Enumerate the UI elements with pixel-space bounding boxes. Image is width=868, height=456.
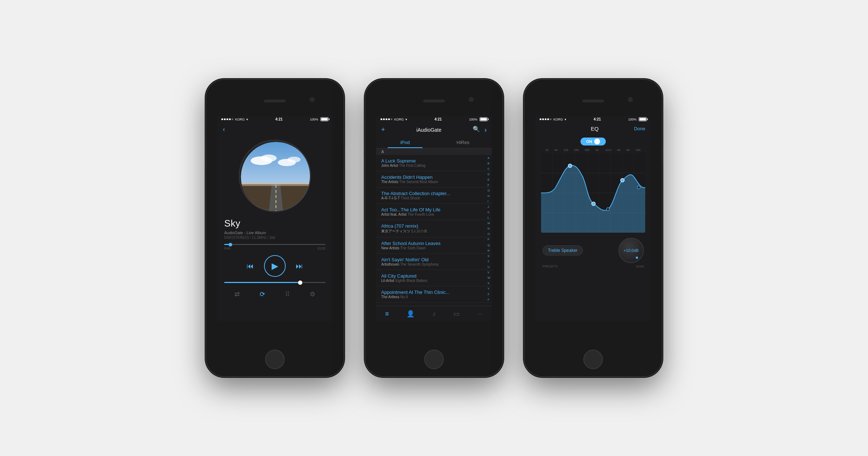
- song-item-title: All City Captured: [381, 273, 487, 279]
- tab-hires[interactable]: HiRes: [434, 137, 492, 148]
- repeat-icon[interactable]: ⟳: [260, 290, 265, 298]
- phone-list: KORG ▾ 4:21 100% + iAudioGate 🔍 › iPod H…: [365, 80, 503, 376]
- eq-fill: [541, 165, 645, 233]
- bottom-icons: ⇄ ⟳ ⠿ ⚙: [217, 286, 333, 303]
- phone-player: KORG ▾ 4:21 100% ‹: [206, 80, 344, 376]
- song-list: ABCDEFGHIJKLMNOPQRSTUVWXYZ# A Luck Supre…: [376, 155, 492, 303]
- carrier-info: KORG ▾: [540, 118, 566, 121]
- volume-down-button[interactable]: [523, 156, 525, 170]
- shuffle-icon[interactable]: ⇄: [234, 290, 240, 298]
- freq-label: 32: [545, 148, 549, 152]
- list-header-icons: 🔍 ›: [473, 126, 487, 134]
- add-button[interactable]: +: [381, 126, 385, 134]
- freq-label: 250: [574, 148, 579, 152]
- more-tab[interactable]: ···: [477, 310, 483, 318]
- song-item-title: Africa (707 remix): [381, 223, 487, 229]
- wifi-icon: ▾: [405, 118, 407, 121]
- speaker-grille: [582, 100, 604, 102]
- home-button[interactable]: [583, 350, 603, 369]
- video-tab[interactable]: ▭: [454, 310, 460, 318]
- progress-area[interactable]: 0:41 11:12: [217, 240, 333, 252]
- progress-times: 0:41 11:12: [224, 246, 326, 250]
- power-button[interactable]: [343, 147, 345, 166]
- song-item-sub: New Artists The Sixth Dawn: [381, 246, 487, 250]
- song-item[interactable]: After School Autumn Leaves New Artists T…: [376, 237, 492, 254]
- freq-label: 64: [554, 148, 558, 152]
- forward-button[interactable]: ⏭: [296, 262, 303, 270]
- album-art-container: [217, 140, 333, 212]
- total-time: 11:12: [317, 246, 326, 250]
- volume-up-button[interactable]: [205, 138, 207, 152]
- song-item[interactable]: Act Too...The Life Of My Life Artist fea…: [376, 204, 492, 220]
- song-item[interactable]: Ain't Sayin' Nothin' Old Artisthoven The…: [376, 254, 492, 270]
- list-header: + iAudioGate 🔍 ›: [376, 123, 492, 137]
- songs-tab[interactable]: ♪: [433, 310, 436, 318]
- settings-icon[interactable]: ⚙: [310, 290, 315, 298]
- song-item-sub: John Artist The First Calling: [381, 164, 487, 168]
- eq-bottom-section: Treble Speaker +10.0dB PRESETS GAIN: [535, 234, 651, 272]
- gain-label: GAIN: [636, 265, 644, 268]
- power-button[interactable]: [661, 147, 663, 166]
- song-item[interactable]: A Luck Supreme John Artist The First Cal…: [376, 155, 492, 171]
- volume-down-button[interactable]: [364, 156, 366, 170]
- preset-button[interactable]: Treble Speaker: [542, 245, 583, 256]
- song-item[interactable]: Accidents Didn't Happen The Artists The …: [376, 171, 492, 187]
- eq-point-3[interactable]: [607, 208, 609, 211]
- search-button[interactable]: 🔍: [473, 126, 480, 134]
- tab-ipod[interactable]: iPod: [376, 137, 434, 148]
- presets-label: PRESETS: [542, 265, 558, 268]
- speaker-grille: [423, 100, 445, 102]
- song-item-sub: Artist feat. Artist The Fourth Love: [381, 212, 487, 216]
- svg-point-3: [261, 155, 277, 162]
- svg-rect-9: [240, 182, 311, 186]
- status-right: 100%: [310, 117, 328, 121]
- song-item-text: Africa (707 remix) 東京アーティスツ 5人目の夜: [381, 223, 487, 234]
- eq-point-4[interactable]: [621, 178, 624, 182]
- eq-point-1[interactable]: [568, 164, 572, 168]
- gain-knob[interactable]: +10.0dB: [618, 238, 644, 263]
- song-item[interactable]: The Abstract Collection chapter... A-R-T…: [376, 187, 492, 204]
- power-button[interactable]: [502, 147, 504, 166]
- next-button[interactable]: ›: [484, 126, 487, 134]
- time-display: 4:21: [593, 117, 601, 121]
- volume-bar[interactable]: [224, 282, 326, 283]
- wifi-icon: ▾: [246, 118, 248, 121]
- eq-on-toggle[interactable]: ON: [580, 138, 606, 145]
- home-button[interactable]: [424, 350, 444, 369]
- song-item-text: Act Too...The Life Of My Life Artist fea…: [381, 207, 487, 216]
- eq-point-5[interactable]: [637, 186, 640, 189]
- song-item[interactable]: Appointment At The Thin Clinic... The Ar…: [376, 286, 492, 303]
- song-item[interactable]: Africa (707 remix) 東京アーティスツ 5人目の夜: [376, 220, 492, 237]
- now-playing-tab[interactable]: ≡: [385, 310, 389, 318]
- battery-icon: [639, 117, 647, 121]
- artists-tab[interactable]: 👤: [407, 310, 414, 318]
- eq-gain-area: +10.0dB: [618, 238, 644, 263]
- progress-bar[interactable]: [224, 244, 326, 245]
- eq-preset-gain: Treble Speaker +10.0dB: [542, 238, 644, 263]
- play-icon: ▶: [272, 261, 278, 271]
- volume-up-button[interactable]: [523, 138, 525, 152]
- eq-done-button[interactable]: Done: [634, 126, 645, 131]
- player-screen: KORG ▾ 4:21 100% ‹: [217, 116, 333, 321]
- gain-value: +10.0dB: [624, 248, 638, 253]
- volume-area[interactable]: [217, 280, 333, 284]
- song-item[interactable]: All City Captured Lil-Artist Eighth Blac…: [376, 270, 492, 286]
- volume-up-button[interactable]: [364, 138, 366, 152]
- back-button[interactable]: ‹: [223, 126, 225, 133]
- rewind-button[interactable]: ⏮: [247, 262, 254, 270]
- home-button[interactable]: [265, 350, 285, 369]
- phone-eq: KORG ▾ 4:21 100% EQ Done ON 326: [524, 80, 662, 376]
- song-item-sub: The Artless No.9: [381, 295, 487, 299]
- status-bar: KORG ▾ 4:21 100%: [535, 116, 651, 123]
- eq-chart-area[interactable]: [541, 153, 645, 233]
- eq-labels-row: PRESETS GAIN: [542, 265, 644, 268]
- eq-point-2[interactable]: [592, 202, 595, 206]
- carrier-info: KORG ▾: [380, 118, 407, 121]
- equalizer-icon[interactable]: ⠿: [285, 290, 290, 298]
- song-item-title: Ain't Sayin' Nothin' Old: [381, 257, 487, 262]
- album-art: [239, 140, 311, 212]
- battery-icon: [480, 117, 488, 121]
- volume-down-button[interactable]: [205, 156, 207, 170]
- play-button[interactable]: ▶: [264, 255, 286, 277]
- list-title: iAudioGate: [416, 127, 441, 133]
